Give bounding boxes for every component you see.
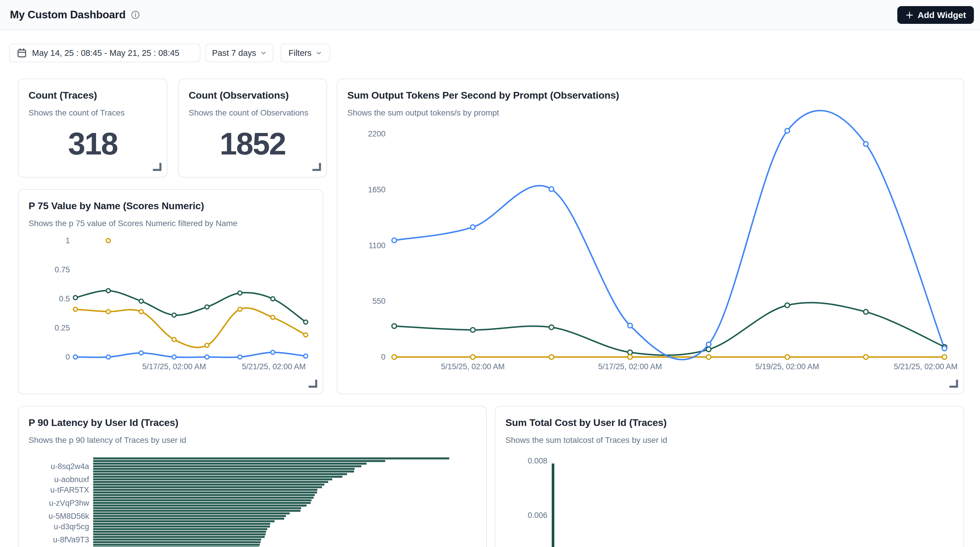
svg-text:0.25: 0.25	[54, 323, 70, 332]
svg-text:0: 0	[65, 353, 70, 361]
svg-text:0.75: 0.75	[54, 265, 70, 274]
chevron-down-icon	[315, 49, 322, 56]
date-range-picker[interactable]: May 14, 25 : 08:45 - May 21, 25 : 08:45	[9, 44, 200, 62]
svg-text:u-aobnuxf: u-aobnuxf	[54, 475, 89, 484]
widget-count-observations: Count (Observations) Shows the count of …	[178, 79, 327, 178]
widget-title: Count (Traces)	[29, 90, 97, 101]
svg-text:2200: 2200	[368, 130, 385, 138]
widget-title: P 90 Latency by User Id (Traces)	[29, 417, 178, 428]
page-title: My Custom Dashboard	[10, 9, 126, 21]
resize-handle-icon[interactable]	[307, 379, 317, 389]
widget-title: Sum Total Cost by User Id (Traces)	[506, 417, 667, 428]
svg-text:0.008: 0.008	[528, 457, 547, 465]
page-header: My Custom Dashboard Add Widget	[0, 0, 980, 30]
svg-text:550: 550	[372, 297, 385, 306]
svg-text:5/17/25, 02:00 AM: 5/17/25, 02:00 AM	[598, 362, 662, 371]
svg-text:0.006: 0.006	[528, 511, 547, 520]
widget-title: Sum Output Tokens Per Second by Prompt (…	[347, 90, 619, 101]
widget-subtitle: Shows the p 90 latency of Traces by user…	[29, 436, 186, 445]
svg-text:1100: 1100	[369, 241, 385, 250]
count-traces-value: 318	[19, 126, 167, 162]
widget-title: Count (Observations)	[189, 90, 289, 101]
filters-label: Filters	[288, 48, 312, 58]
svg-text:u-8fVa9T3: u-8fVa9T3	[53, 535, 89, 544]
widget-subtitle: Shows the p 75 value of Scores Numeric f…	[29, 219, 237, 228]
svg-text:5/17/25, 02:00 AM: 5/17/25, 02:00 AM	[142, 362, 206, 371]
widget-p75-chart: 00.250.50.7515/17/25, 02:00 AM5/21/25, 0…	[18, 189, 323, 394]
svg-text:u-5M8D56k: u-5M8D56k	[48, 512, 89, 520]
filters-dropdown[interactable]: Filters	[281, 44, 330, 62]
plus-icon	[905, 11, 914, 19]
time-preset-dropdown[interactable]: Past 7 days	[205, 44, 274, 62]
tokens-line-chart[interactable]: 05501100165022005/15/25, 02:00 AM5/17/25…	[337, 79, 964, 395]
widget-tokens-chart: 05501100165022005/15/25, 02:00 AM5/17/25…	[337, 79, 964, 394]
widget-p90-chart: u-8sq2w4au-aobnuxfu-tFAR5TXu-zVqP3hwu-5M…	[18, 406, 487, 547]
chevron-down-icon	[260, 49, 267, 56]
resize-handle-icon[interactable]	[152, 162, 162, 172]
svg-text:0: 0	[381, 353, 385, 361]
widget-title: P 75 Value by Name (Scores Numeric)	[29, 200, 204, 211]
svg-text:0.5: 0.5	[59, 295, 70, 303]
svg-text:5/19/25, 02:00 AM: 5/19/25, 02:00 AM	[755, 362, 819, 371]
svg-text:5/21/25, 02:00 AM: 5/21/25, 02:00 AM	[894, 362, 958, 371]
svg-text:u-tFAR5TX: u-tFAR5TX	[50, 485, 89, 494]
info-icon[interactable]	[131, 10, 140, 19]
svg-text:u-8sq2w4a: u-8sq2w4a	[51, 462, 89, 471]
svg-text:5/15/25, 02:00 AM: 5/15/25, 02:00 AM	[441, 362, 504, 371]
svg-text:1650: 1650	[368, 186, 385, 194]
widget-subtitle: Shows the count of Observations	[189, 108, 308, 117]
time-preset-value: Past 7 days	[212, 48, 256, 58]
svg-text:5/21/25, 02:00 AM: 5/21/25, 02:00 AM	[242, 362, 306, 371]
svg-text:1: 1	[65, 236, 70, 245]
widget-subtitle: Shows the count of Traces	[29, 108, 125, 117]
widget-subtitle: Shows the sum totalcost of Traces by use…	[506, 436, 667, 445]
calendar-icon	[17, 48, 27, 58]
widget-cost-chart: 0.0080.006 Sum Total Cost by User Id (Tr…	[495, 406, 964, 547]
count-observations-value: 1852	[179, 126, 326, 162]
add-widget-label: Add Widget	[918, 10, 966, 20]
date-range-value: May 14, 25 : 08:45 - May 21, 25 : 08:45	[32, 48, 179, 58]
resize-handle-icon[interactable]	[311, 162, 321, 172]
resize-handle-icon[interactable]	[948, 379, 958, 389]
svg-text:u-zVqP3hw: u-zVqP3hw	[49, 499, 89, 507]
add-widget-button[interactable]: Add Widget	[897, 6, 974, 24]
widget-count-traces: Count (Traces) Shows the count of Traces…	[18, 79, 167, 178]
svg-text:u-d3qr5cg: u-d3qr5cg	[54, 522, 89, 531]
widget-subtitle: Shows the sum output tokens/s by prompt	[347, 108, 499, 117]
